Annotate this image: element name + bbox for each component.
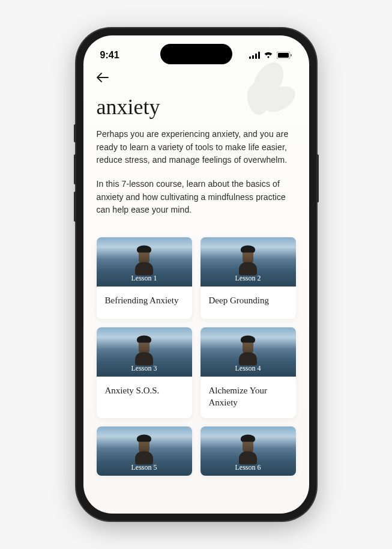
lesson-card-5[interactable]: Lesson 5 <box>97 426 192 476</box>
svg-rect-3 <box>249 56 251 59</box>
lesson-title: Befriending Anxiety <box>97 287 192 319</box>
person-silhouette <box>238 435 258 465</box>
svg-rect-4 <box>252 55 254 59</box>
lesson-title: Anxiety S.O.S. <box>97 377 192 409</box>
lesson-card-6[interactable]: Lesson 6 <box>201 426 296 476</box>
person-silhouette <box>238 246 258 276</box>
lesson-card-2[interactable]: Lesson 2 Deep Grounding <box>201 237 296 319</box>
lesson-number-label: Lesson 3 <box>131 364 157 373</box>
lesson-number-label: Lesson 1 <box>131 274 157 283</box>
lessons-grid: Lesson 1 Befriending Anxiety Lesson 2 De… <box>97 237 296 476</box>
intro-paragraph-2: In this 7-lesson course, learn about the… <box>97 178 296 217</box>
lesson-number-label: Lesson 6 <box>235 463 261 472</box>
back-button[interactable] <box>97 70 111 85</box>
svg-rect-6 <box>258 52 260 59</box>
intro-paragraph-1: Perhaps you are experiencing anxiety, an… <box>97 128 296 167</box>
lesson-image: Lesson 4 <box>201 327 296 377</box>
page-title: anxiety <box>97 94 296 120</box>
lesson-number-label: Lesson 2 <box>235 274 261 283</box>
lesson-image: Lesson 6 <box>201 426 296 476</box>
lesson-title: Deep Grounding <box>201 287 296 319</box>
lesson-image: Lesson 5 <box>97 426 192 476</box>
status-time: 9:41 <box>100 50 119 61</box>
lesson-title: Alchemize Your Anxiety <box>201 377 296 418</box>
person-silhouette <box>134 336 154 366</box>
cellular-icon <box>249 52 260 59</box>
arrow-left-icon <box>97 73 109 82</box>
dynamic-island <box>160 44 232 64</box>
lesson-card-3[interactable]: Lesson 3 Anxiety S.O.S. <box>97 327 192 418</box>
person-silhouette <box>134 246 154 276</box>
wifi-icon <box>264 52 273 59</box>
lesson-image: Lesson 3 <box>97 327 192 377</box>
phone-device-frame: 9:41 <box>76 28 316 521</box>
person-silhouette <box>238 336 258 366</box>
svg-rect-8 <box>278 53 289 58</box>
svg-rect-9 <box>291 54 292 56</box>
lesson-image: Lesson 1 <box>97 237 192 287</box>
svg-rect-5 <box>255 53 257 59</box>
lesson-card-1[interactable]: Lesson 1 Befriending Anxiety <box>97 237 192 319</box>
battery-icon <box>277 52 292 59</box>
lesson-image: Lesson 2 <box>201 237 296 287</box>
lesson-card-4[interactable]: Lesson 4 Alchemize Your Anxiety <box>201 327 296 418</box>
lesson-number-label: Lesson 5 <box>131 463 157 472</box>
lesson-number-label: Lesson 4 <box>235 364 261 373</box>
person-silhouette <box>134 435 154 465</box>
app-screen: 9:41 <box>83 35 309 514</box>
status-icons <box>249 52 292 59</box>
